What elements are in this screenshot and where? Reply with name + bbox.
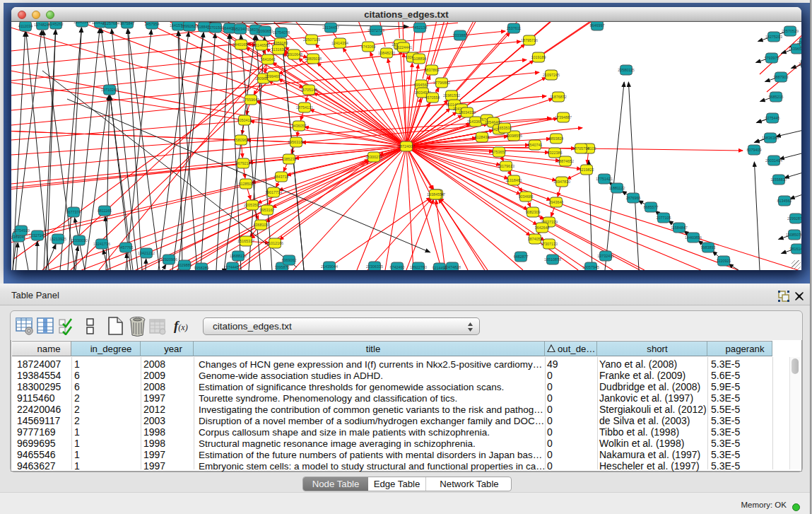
svg-text:2943646: 2943646: [549, 200, 564, 204]
svg-text:19098556: 19098556: [505, 134, 522, 138]
svg-text:4679214: 4679214: [236, 161, 251, 165]
svg-text:5793975: 5793975: [765, 56, 779, 60]
svg-text:13910648: 13910648: [286, 52, 302, 57]
svg-text:19836388: 19836388: [762, 136, 779, 140]
svg-text:11584847: 11584847: [671, 226, 688, 230]
svg-text:17751421: 17751421: [596, 177, 613, 181]
svg-text:14401657: 14401657: [233, 42, 249, 47]
svg-text:4753657: 4753657: [492, 150, 507, 154]
svg-text:10057945: 10057945: [582, 265, 599, 269]
svg-text:12414394: 12414394: [331, 41, 348, 45]
svg-text:18724007: 18724007: [398, 144, 415, 148]
svg-text:18992829: 18992829: [181, 24, 198, 28]
svg-text:2457954: 2457954: [145, 22, 160, 26]
svg-text:8685577: 8685577: [644, 205, 659, 209]
svg-text:17796882: 17796882: [433, 81, 450, 85]
svg-text:16510878: 16510878: [544, 257, 561, 262]
svg-text:2876966: 2876966: [626, 196, 641, 200]
svg-text:9887903: 9887903: [774, 75, 789, 79]
svg-text:8134562: 8134562: [777, 199, 792, 203]
svg-text:17394887: 17394887: [555, 115, 572, 119]
svg-text:17559643: 17559643: [242, 98, 259, 102]
svg-text:9034686: 9034686: [519, 194, 534, 199]
svg-text:3333883: 3333883: [453, 33, 468, 37]
svg-text:9893824: 9893824: [549, 136, 564, 141]
svg-text:13045349: 13045349: [73, 22, 90, 24]
svg-text:6994562: 6994562: [414, 83, 429, 87]
svg-text:19017734: 19017734: [265, 190, 282, 194]
svg-text:9816145: 9816145: [790, 247, 802, 251]
svg-text:11558837: 11558837: [770, 177, 787, 182]
svg-text:3322386: 3322386: [548, 151, 563, 155]
svg-text:8646997: 8646997: [590, 23, 605, 28]
svg-text:9082309: 9082309: [526, 210, 541, 214]
svg-text:9837869: 9837869: [425, 68, 440, 72]
svg-text:20031404: 20031404: [765, 158, 782, 163]
svg-text:1019189: 1019189: [531, 55, 546, 59]
svg-text:18034339: 18034339: [459, 110, 476, 115]
svg-text:5685216: 5685216: [769, 95, 784, 99]
svg-text:9953167: 9953167: [260, 208, 275, 212]
svg-text:4743069: 4743069: [361, 45, 376, 49]
svg-text:20372723: 20372723: [367, 28, 384, 33]
svg-text:7452134: 7452134: [413, 25, 428, 30]
svg-text:19563180: 19563180: [288, 140, 305, 144]
svg-text:6482877: 6482877: [514, 255, 529, 259]
svg-text:6457765: 6457765: [119, 245, 134, 250]
svg-text:15165337: 15165337: [237, 239, 254, 243]
svg-text:3131636: 3131636: [271, 47, 286, 52]
svg-text:21754078: 21754078: [273, 30, 290, 35]
svg-text:2537611: 2537611: [507, 26, 522, 30]
svg-text:10327246: 10327246: [29, 233, 46, 238]
svg-text:18922760: 18922760: [410, 265, 427, 269]
svg-text:13701506: 13701506: [207, 25, 224, 30]
svg-text:8811165: 8811165: [98, 209, 112, 213]
svg-text:8029889: 8029889: [177, 263, 192, 267]
svg-text:3220921: 3220921: [717, 259, 731, 263]
svg-text:22992872: 22992872: [787, 216, 801, 221]
svg-text:15375853: 15375853: [799, 62, 801, 66]
svg-text:3642648: 3642648: [535, 226, 550, 230]
svg-text:18754131: 18754131: [296, 105, 313, 110]
svg-text:18874652: 18874652: [557, 159, 574, 163]
svg-text:13146585: 13146585: [253, 43, 270, 47]
svg-text:6540741: 6540741: [528, 143, 543, 147]
svg-text:4050413: 4050413: [237, 118, 252, 122]
svg-text:19085076: 19085076: [786, 233, 801, 237]
svg-text:13241736: 13241736: [93, 242, 110, 246]
svg-text:21097245: 21097245: [543, 73, 560, 77]
svg-text:9436057: 9436057: [292, 124, 307, 128]
svg-text:16705148: 16705148: [300, 88, 317, 92]
svg-text:16396513: 16396513: [789, 47, 801, 51]
svg-text:3677374: 3677374: [66, 210, 81, 214]
svg-text:21012166: 21012166: [266, 241, 283, 245]
svg-text:13179613: 13179613: [498, 164, 514, 168]
svg-text:2580963: 2580963: [234, 138, 249, 142]
svg-text:21257684: 21257684: [102, 22, 119, 25]
svg-text:13134457: 13134457: [322, 25, 339, 30]
svg-text:11876872: 11876872: [550, 95, 567, 99]
svg-text:20994697: 20994697: [265, 74, 282, 78]
svg-text:10848230: 10848230: [378, 51, 395, 55]
svg-text:22053595: 22053595: [244, 203, 261, 207]
svg-text:2077105: 2077105: [657, 216, 671, 220]
svg-text:22093651: 22093651: [257, 29, 273, 33]
svg-text:9275445: 9275445: [765, 116, 780, 120]
svg-text:9958289: 9958289: [194, 266, 209, 270]
svg-text:14460856: 14460856: [685, 235, 702, 240]
svg-text:19384554: 19384554: [427, 192, 444, 197]
svg-text:22306335: 22306335: [366, 264, 383, 269]
svg-text:16947830: 16947830: [553, 180, 570, 184]
svg-text:8079409: 8079409: [747, 148, 762, 152]
svg-text:10710248: 10710248: [101, 88, 118, 92]
svg-text:17307133: 17307133: [541, 242, 558, 246]
svg-text:22330030: 22330030: [71, 238, 88, 243]
svg-text:13732411: 13732411: [597, 254, 614, 258]
svg-text:1108894: 1108894: [412, 57, 427, 61]
svg-text:4245263: 4245263: [49, 22, 64, 26]
svg-text:6742460: 6742460: [390, 265, 405, 269]
svg-text:22744459: 22744459: [224, 265, 241, 269]
svg-text:1385239: 1385239: [282, 157, 297, 161]
svg-text:1653531: 1653531: [498, 126, 512, 130]
svg-text:11318461: 11318461: [505, 178, 522, 182]
